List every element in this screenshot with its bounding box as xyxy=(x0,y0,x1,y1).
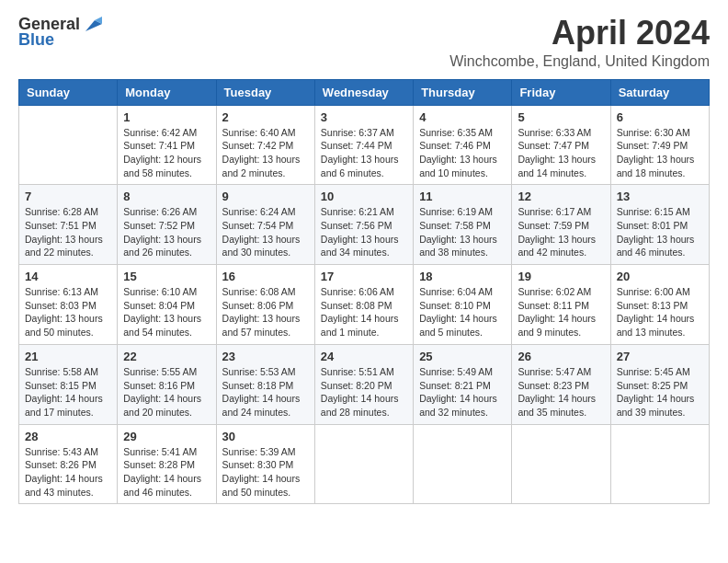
day-info: Sunrise: 6:04 AM Sunset: 8:10 PM Dayligh… xyxy=(419,285,506,339)
calendar-cell: 18Sunrise: 6:04 AM Sunset: 8:10 PM Dayli… xyxy=(414,265,512,345)
day-info: Sunrise: 5:55 AM Sunset: 8:16 PM Dayligh… xyxy=(123,365,210,419)
calendar-cell: 9Sunrise: 6:24 AM Sunset: 7:54 PM Daylig… xyxy=(216,185,314,265)
day-number: 16 xyxy=(222,270,309,283)
calendar-cell xyxy=(314,424,413,504)
header-day-sunday: Sunday xyxy=(19,79,118,105)
calendar-cell: 24Sunrise: 5:51 AM Sunset: 8:20 PM Dayli… xyxy=(314,344,413,424)
calendar-cell: 25Sunrise: 5:49 AM Sunset: 8:21 PM Dayli… xyxy=(414,344,512,424)
calendar-cell: 1Sunrise: 6:42 AM Sunset: 7:41 PM Daylig… xyxy=(118,105,216,185)
header-day-tuesday: Tuesday xyxy=(216,79,314,105)
day-info: Sunrise: 6:00 AM Sunset: 8:13 PM Dayligh… xyxy=(617,285,703,339)
calendar-cell: 30Sunrise: 5:39 AM Sunset: 8:30 PM Dayli… xyxy=(216,424,314,504)
day-number: 3 xyxy=(321,110,407,124)
day-number: 13 xyxy=(617,190,703,203)
day-info: Sunrise: 6:02 AM Sunset: 8:11 PM Dayligh… xyxy=(518,285,604,339)
day-info: Sunrise: 6:19 AM Sunset: 7:58 PM Dayligh… xyxy=(419,205,506,259)
calendar-cell: 26Sunrise: 5:47 AM Sunset: 8:23 PM Dayli… xyxy=(512,344,610,424)
day-info: Sunrise: 5:49 AM Sunset: 8:21 PM Dayligh… xyxy=(419,365,506,419)
day-number: 1 xyxy=(123,110,210,124)
day-number: 8 xyxy=(123,190,210,203)
day-number: 9 xyxy=(222,190,309,203)
calendar-cell xyxy=(512,424,610,504)
day-info: Sunrise: 6:10 AM Sunset: 8:04 PM Dayligh… xyxy=(123,285,210,339)
day-number: 27 xyxy=(617,350,703,363)
week-row-2: 7Sunrise: 6:28 AM Sunset: 7:51 PM Daylig… xyxy=(19,185,710,265)
day-info: Sunrise: 5:45 AM Sunset: 8:25 PM Dayligh… xyxy=(617,365,703,419)
day-info: Sunrise: 6:37 AM Sunset: 7:44 PM Dayligh… xyxy=(321,126,407,180)
day-number: 5 xyxy=(518,110,604,124)
day-number: 26 xyxy=(518,350,604,363)
day-info: Sunrise: 6:28 AM Sunset: 7:51 PM Dayligh… xyxy=(25,205,111,259)
week-row-1: 1Sunrise: 6:42 AM Sunset: 7:41 PM Daylig… xyxy=(19,105,710,185)
calendar-cell: 14Sunrise: 6:13 AM Sunset: 8:03 PM Dayli… xyxy=(19,265,118,345)
logo-icon xyxy=(82,15,102,35)
calendar-cell: 19Sunrise: 6:02 AM Sunset: 8:11 PM Dayli… xyxy=(512,265,610,345)
calendar-cell: 22Sunrise: 5:55 AM Sunset: 8:16 PM Dayli… xyxy=(118,344,216,424)
header-day-monday: Monday xyxy=(118,79,216,105)
calendar-cell: 20Sunrise: 6:00 AM Sunset: 8:13 PM Dayli… xyxy=(610,265,709,345)
day-number: 20 xyxy=(617,270,703,283)
calendar-cell: 28Sunrise: 5:43 AM Sunset: 8:26 PM Dayli… xyxy=(19,424,118,504)
day-info: Sunrise: 5:47 AM Sunset: 8:23 PM Dayligh… xyxy=(518,365,604,419)
day-number: 28 xyxy=(25,430,111,443)
calendar-cell: 3Sunrise: 6:37 AM Sunset: 7:44 PM Daylig… xyxy=(314,105,413,185)
week-row-3: 14Sunrise: 6:13 AM Sunset: 8:03 PM Dayli… xyxy=(19,265,710,345)
day-info: Sunrise: 6:42 AM Sunset: 7:41 PM Dayligh… xyxy=(123,126,210,180)
calendar-cell: 29Sunrise: 5:41 AM Sunset: 8:28 PM Dayli… xyxy=(118,424,216,504)
header-day-wednesday: Wednesday xyxy=(314,79,413,105)
day-info: Sunrise: 6:15 AM Sunset: 8:01 PM Dayligh… xyxy=(617,205,703,259)
location: Winchcombe, England, United Kingdom xyxy=(449,53,710,70)
day-info: Sunrise: 6:26 AM Sunset: 7:52 PM Dayligh… xyxy=(123,205,210,259)
header-day-thursday: Thursday xyxy=(414,79,512,105)
day-number: 7 xyxy=(25,190,111,203)
logo: General Blue xyxy=(18,15,102,50)
day-number: 22 xyxy=(123,350,210,363)
day-info: Sunrise: 6:08 AM Sunset: 8:06 PM Dayligh… xyxy=(222,285,309,339)
day-info: Sunrise: 6:35 AM Sunset: 7:46 PM Dayligh… xyxy=(419,126,506,180)
day-info: Sunrise: 5:41 AM Sunset: 8:28 PM Dayligh… xyxy=(123,445,210,500)
calendar-cell: 12Sunrise: 6:17 AM Sunset: 7:59 PM Dayli… xyxy=(512,185,610,265)
calendar-cell: 5Sunrise: 6:33 AM Sunset: 7:47 PM Daylig… xyxy=(512,105,610,185)
day-number: 23 xyxy=(222,350,309,363)
calendar-cell: 7Sunrise: 6:28 AM Sunset: 7:51 PM Daylig… xyxy=(19,185,118,265)
day-info: Sunrise: 5:51 AM Sunset: 8:20 PM Dayligh… xyxy=(321,365,407,419)
day-info: Sunrise: 6:13 AM Sunset: 8:03 PM Dayligh… xyxy=(25,285,111,339)
calendar-cell: 8Sunrise: 6:26 AM Sunset: 7:52 PM Daylig… xyxy=(118,185,216,265)
day-info: Sunrise: 6:33 AM Sunset: 7:47 PM Dayligh… xyxy=(518,126,604,180)
day-info: Sunrise: 5:53 AM Sunset: 8:18 PM Dayligh… xyxy=(222,365,309,419)
day-number: 2 xyxy=(222,110,309,124)
calendar-cell: 16Sunrise: 6:08 AM Sunset: 8:06 PM Dayli… xyxy=(216,265,314,345)
week-row-4: 21Sunrise: 5:58 AM Sunset: 8:15 PM Dayli… xyxy=(19,344,710,424)
day-number: 18 xyxy=(419,270,506,283)
calendar-cell: 17Sunrise: 6:06 AM Sunset: 8:08 PM Dayli… xyxy=(314,265,413,345)
day-number: 14 xyxy=(25,270,111,283)
day-info: Sunrise: 6:40 AM Sunset: 7:42 PM Dayligh… xyxy=(222,126,309,180)
day-number: 24 xyxy=(321,350,407,363)
month-title: April 2024 xyxy=(449,15,710,52)
calendar-cell: 4Sunrise: 6:35 AM Sunset: 7:46 PM Daylig… xyxy=(414,105,512,185)
calendar-table: SundayMondayTuesdayWednesdayThursdayFrid… xyxy=(18,79,710,505)
day-info: Sunrise: 6:21 AM Sunset: 7:56 PM Dayligh… xyxy=(321,205,407,259)
calendar-cell: 23Sunrise: 5:53 AM Sunset: 8:18 PM Dayli… xyxy=(216,344,314,424)
day-number: 15 xyxy=(123,270,210,283)
calendar-cell: 21Sunrise: 5:58 AM Sunset: 8:15 PM Dayli… xyxy=(19,344,118,424)
calendar-cell xyxy=(414,424,512,504)
header-day-saturday: Saturday xyxy=(610,79,709,105)
page-header: General Blue April 2024 Winchcombe, Engl… xyxy=(18,15,710,70)
day-info: Sunrise: 6:06 AM Sunset: 8:08 PM Dayligh… xyxy=(321,285,407,339)
week-row-5: 28Sunrise: 5:43 AM Sunset: 8:26 PM Dayli… xyxy=(19,424,710,504)
calendar-cell: 10Sunrise: 6:21 AM Sunset: 7:56 PM Dayli… xyxy=(314,185,413,265)
day-number: 25 xyxy=(419,350,506,363)
day-number: 30 xyxy=(222,430,309,443)
calendar-cell: 2Sunrise: 6:40 AM Sunset: 7:42 PM Daylig… xyxy=(216,105,314,185)
calendar-cell: 27Sunrise: 5:45 AM Sunset: 8:25 PM Dayli… xyxy=(610,344,709,424)
header-day-friday: Friday xyxy=(512,79,610,105)
day-number: 11 xyxy=(419,190,506,203)
day-number: 19 xyxy=(518,270,604,283)
day-info: Sunrise: 5:43 AM Sunset: 8:26 PM Dayligh… xyxy=(25,445,111,500)
day-number: 21 xyxy=(25,350,111,363)
day-number: 29 xyxy=(123,430,210,443)
day-info: Sunrise: 6:30 AM Sunset: 7:49 PM Dayligh… xyxy=(617,126,703,180)
calendar-cell: 6Sunrise: 6:30 AM Sunset: 7:49 PM Daylig… xyxy=(610,105,709,185)
header-row: SundayMondayTuesdayWednesdayThursdayFrid… xyxy=(19,79,710,105)
